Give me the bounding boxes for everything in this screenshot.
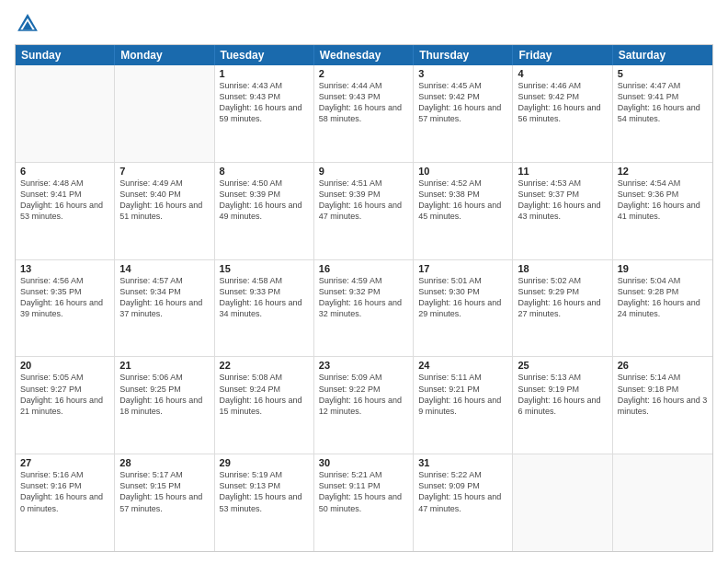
day-info: Sunrise: 4:59 AM Sunset: 9:32 PM Dayligh… — [319, 275, 408, 320]
cal-cell-2-6: 19Sunrise: 5:04 AM Sunset: 9:28 PM Dayli… — [613, 260, 712, 357]
day-number: 28 — [119, 457, 209, 468]
day-number: 6 — [20, 166, 109, 177]
cal-cell-4-2: 29Sunrise: 5:19 AM Sunset: 9:13 PM Dayli… — [215, 454, 314, 551]
day-info: Sunrise: 5:09 AM Sunset: 9:22 PM Dayligh… — [319, 372, 408, 417]
cal-cell-4-0: 27Sunrise: 5:16 AM Sunset: 9:16 PM Dayli… — [16, 454, 115, 551]
cal-cell-1-4: 10Sunrise: 4:52 AM Sunset: 9:38 PM Dayli… — [414, 163, 513, 259]
cal-row-3: 20Sunrise: 5:05 AM Sunset: 9:27 PM Dayli… — [16, 356, 712, 454]
day-info: Sunrise: 4:57 AM Sunset: 9:34 PM Dayligh… — [119, 275, 209, 320]
cal-cell-3-4: 24Sunrise: 5:11 AM Sunset: 9:21 PM Dayli… — [414, 357, 513, 454]
day-info: Sunrise: 4:52 AM Sunset: 9:38 PM Dayligh… — [418, 178, 507, 223]
day-number: 22 — [220, 360, 309, 371]
calendar: SundayMondayTuesdayWednesdayThursdayFrid… — [15, 44, 713, 552]
cal-cell-0-0 — [16, 65, 115, 162]
day-info: Sunrise: 4:53 AM Sunset: 9:37 PM Dayligh… — [518, 178, 607, 223]
cal-cell-4-4: 31Sunrise: 5:22 AM Sunset: 9:09 PM Dayli… — [414, 454, 513, 551]
cal-row-0: 1Sunrise: 4:43 AM Sunset: 9:43 PM Daylig… — [16, 65, 712, 162]
cal-cell-3-6: 26Sunrise: 5:14 AM Sunset: 9:18 PM Dayli… — [613, 357, 712, 454]
cal-cell-3-1: 21Sunrise: 5:06 AM Sunset: 9:25 PM Dayli… — [115, 357, 214, 454]
cal-cell-1-0: 6Sunrise: 4:48 AM Sunset: 9:41 PM Daylig… — [16, 163, 115, 259]
day-number: 19 — [618, 263, 708, 274]
logo-icon — [15, 11, 40, 37]
day-number: 11 — [518, 166, 607, 177]
page: SundayMondayTuesdayWednesdayThursdayFrid… — [0, 0, 728, 563]
day-info: Sunrise: 4:54 AM Sunset: 9:36 PM Dayligh… — [618, 178, 708, 223]
day-number: 21 — [119, 360, 209, 371]
cal-cell-2-0: 13Sunrise: 4:56 AM Sunset: 9:35 PM Dayli… — [16, 260, 115, 357]
day-info: Sunrise: 5:06 AM Sunset: 9:25 PM Dayligh… — [119, 372, 209, 417]
cal-header-friday: Friday — [513, 45, 612, 65]
cal-cell-2-3: 16Sunrise: 4:59 AM Sunset: 9:32 PM Dayli… — [314, 260, 414, 357]
cal-cell-0-2: 1Sunrise: 4:43 AM Sunset: 9:43 PM Daylig… — [215, 65, 314, 162]
day-number: 7 — [119, 166, 209, 177]
day-number: 26 — [618, 360, 708, 371]
logo — [15, 11, 44, 37]
day-number: 17 — [418, 263, 507, 274]
day-number: 18 — [518, 263, 607, 274]
day-number: 25 — [518, 360, 607, 371]
day-number: 1 — [220, 68, 309, 79]
day-info: Sunrise: 5:22 AM Sunset: 9:09 PM Dayligh… — [418, 469, 507, 514]
cal-cell-3-2: 22Sunrise: 5:08 AM Sunset: 9:24 PM Dayli… — [215, 357, 314, 454]
day-info: Sunrise: 4:49 AM Sunset: 9:40 PM Dayligh… — [119, 178, 209, 223]
day-number: 14 — [119, 263, 209, 274]
cal-cell-4-3: 30Sunrise: 5:21 AM Sunset: 9:11 PM Dayli… — [314, 454, 414, 551]
day-info: Sunrise: 5:02 AM Sunset: 9:29 PM Dayligh… — [518, 275, 607, 320]
day-info: Sunrise: 4:50 AM Sunset: 9:39 PM Dayligh… — [220, 178, 309, 223]
day-number: 24 — [418, 360, 507, 371]
cal-cell-0-3: 2Sunrise: 4:44 AM Sunset: 9:43 PM Daylig… — [314, 65, 414, 162]
cal-cell-0-5: 4Sunrise: 4:46 AM Sunset: 9:42 PM Daylig… — [513, 65, 612, 162]
cal-header-saturday: Saturday — [613, 45, 712, 65]
cal-header-wednesday: Wednesday — [314, 45, 414, 65]
day-info: Sunrise: 5:17 AM Sunset: 9:15 PM Dayligh… — [119, 469, 209, 514]
cal-cell-1-5: 11Sunrise: 4:53 AM Sunset: 9:37 PM Dayli… — [513, 163, 612, 259]
day-info: Sunrise: 4:43 AM Sunset: 9:43 PM Dayligh… — [220, 80, 309, 125]
cal-cell-1-2: 8Sunrise: 4:50 AM Sunset: 9:39 PM Daylig… — [215, 163, 314, 259]
day-number: 20 — [20, 360, 109, 371]
day-info: Sunrise: 5:13 AM Sunset: 9:19 PM Dayligh… — [518, 372, 607, 417]
cal-cell-3-5: 25Sunrise: 5:13 AM Sunset: 9:19 PM Dayli… — [513, 357, 612, 454]
day-info: Sunrise: 4:45 AM Sunset: 9:42 PM Dayligh… — [418, 80, 507, 125]
cal-header-thursday: Thursday — [414, 45, 513, 65]
day-info: Sunrise: 5:11 AM Sunset: 9:21 PM Dayligh… — [418, 372, 507, 417]
cal-row-2: 13Sunrise: 4:56 AM Sunset: 9:35 PM Dayli… — [16, 259, 712, 357]
day-info: Sunrise: 4:56 AM Sunset: 9:35 PM Dayligh… — [20, 275, 109, 320]
day-number: 8 — [220, 166, 309, 177]
cal-cell-4-6 — [613, 454, 712, 551]
day-info: Sunrise: 4:44 AM Sunset: 9:43 PM Dayligh… — [319, 80, 408, 125]
cal-cell-2-5: 18Sunrise: 5:02 AM Sunset: 9:29 PM Dayli… — [513, 260, 612, 357]
day-info: Sunrise: 4:46 AM Sunset: 9:42 PM Dayligh… — [518, 80, 607, 125]
day-number: 5 — [618, 68, 708, 79]
day-number: 2 — [319, 68, 408, 79]
cal-cell-2-4: 17Sunrise: 5:01 AM Sunset: 9:30 PM Dayli… — [414, 260, 513, 357]
day-number: 13 — [20, 263, 109, 274]
cal-cell-2-1: 14Sunrise: 4:57 AM Sunset: 9:34 PM Dayli… — [115, 260, 214, 357]
day-number: 3 — [418, 68, 507, 79]
cal-cell-0-4: 3Sunrise: 4:45 AM Sunset: 9:42 PM Daylig… — [414, 65, 513, 162]
cal-header-tuesday: Tuesday — [215, 45, 314, 65]
cal-cell-1-1: 7Sunrise: 4:49 AM Sunset: 9:40 PM Daylig… — [115, 163, 214, 259]
day-number: 31 — [418, 457, 507, 468]
day-number: 15 — [220, 263, 309, 274]
day-info: Sunrise: 4:58 AM Sunset: 9:33 PM Dayligh… — [220, 275, 309, 320]
cal-header-monday: Monday — [115, 45, 214, 65]
day-number: 9 — [319, 166, 408, 177]
calendar-header-row: SundayMondayTuesdayWednesdayThursdayFrid… — [16, 45, 712, 65]
cal-cell-3-0: 20Sunrise: 5:05 AM Sunset: 9:27 PM Dayli… — [16, 357, 115, 454]
day-info: Sunrise: 5:16 AM Sunset: 9:16 PM Dayligh… — [20, 469, 109, 514]
cal-cell-4-5 — [513, 454, 612, 551]
cal-cell-0-1 — [115, 65, 214, 162]
day-info: Sunrise: 5:01 AM Sunset: 9:30 PM Dayligh… — [418, 275, 507, 320]
day-info: Sunrise: 5:19 AM Sunset: 9:13 PM Dayligh… — [220, 469, 309, 514]
cal-header-sunday: Sunday — [16, 45, 115, 65]
day-number: 10 — [418, 166, 507, 177]
day-info: Sunrise: 5:08 AM Sunset: 9:24 PM Dayligh… — [220, 372, 309, 417]
day-info: Sunrise: 4:51 AM Sunset: 9:39 PM Dayligh… — [319, 178, 408, 223]
cal-cell-1-6: 12Sunrise: 4:54 AM Sunset: 9:36 PM Dayli… — [613, 163, 712, 259]
day-number: 27 — [20, 457, 109, 468]
day-info: Sunrise: 5:04 AM Sunset: 9:28 PM Dayligh… — [618, 275, 708, 320]
header — [15, 11, 713, 37]
day-info: Sunrise: 4:48 AM Sunset: 9:41 PM Dayligh… — [20, 178, 109, 223]
cal-cell-1-3: 9Sunrise: 4:51 AM Sunset: 9:39 PM Daylig… — [314, 163, 414, 259]
cal-cell-2-2: 15Sunrise: 4:58 AM Sunset: 9:33 PM Dayli… — [215, 260, 314, 357]
